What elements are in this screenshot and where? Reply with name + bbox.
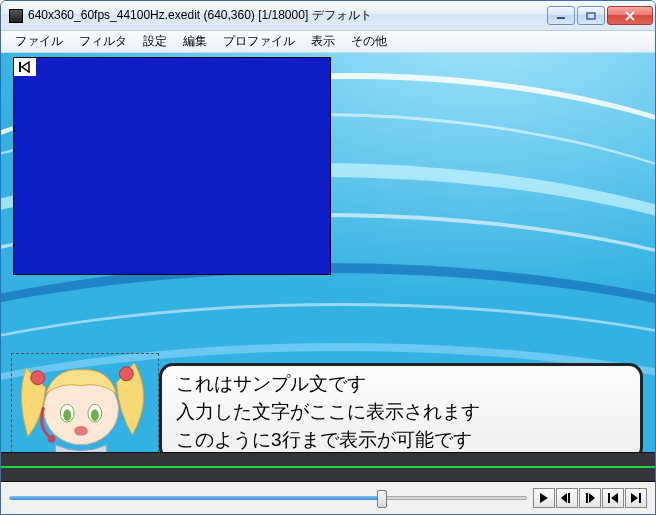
- step-forward-icon: [584, 493, 596, 503]
- close-icon: [624, 11, 636, 21]
- svg-point-10: [119, 367, 133, 381]
- svg-point-8: [74, 426, 88, 436]
- menubar: ファイル フィルタ 設定 編集 プロファイル 表示 その他: [1, 31, 655, 53]
- video-preview-frame[interactable]: [13, 57, 331, 275]
- timeline-track: [1, 466, 655, 468]
- menu-filter[interactable]: フィルタ: [71, 31, 135, 52]
- svg-rect-15: [639, 493, 641, 503]
- menu-file[interactable]: ファイル: [7, 31, 71, 52]
- svg-rect-1: [587, 13, 595, 19]
- play-icon: [539, 493, 549, 503]
- menu-profile[interactable]: プロファイル: [215, 31, 303, 52]
- step-back-button[interactable]: [556, 488, 578, 508]
- step-back-icon: [561, 493, 573, 503]
- svg-point-5: [63, 409, 71, 421]
- dialog-box[interactable]: これはサンプル文です 入力した文字がここに表示されます このように3行まで表示が…: [159, 363, 643, 452]
- skip-end-icon: [630, 493, 642, 503]
- character-illustration: [16, 358, 154, 452]
- skip-start-button[interactable]: [602, 488, 624, 508]
- play-button[interactable]: [533, 488, 555, 508]
- svg-rect-2: [19, 62, 21, 72]
- dialog-line-1: これはサンプル文です: [176, 371, 626, 397]
- window-title: 640x360_60fps_44100Hz.exedit (640,360) […: [28, 7, 547, 24]
- maximize-button[interactable]: [577, 6, 605, 25]
- seek-slider[interactable]: [9, 496, 527, 500]
- window-controls: [547, 6, 653, 25]
- svg-point-11: [48, 435, 56, 443]
- transport-buttons: [533, 488, 647, 508]
- titlebar[interactable]: 640x360_60fps_44100Hz.exedit (640,360) […: [1, 1, 655, 31]
- menu-edit[interactable]: 編集: [175, 31, 215, 52]
- svg-point-7: [91, 409, 99, 421]
- menu-settings[interactable]: 設定: [135, 31, 175, 52]
- menu-view[interactable]: 表示: [303, 31, 343, 52]
- minimize-button[interactable]: [547, 6, 575, 25]
- dialog-line-2: 入力した文字がここに表示されます: [176, 399, 626, 425]
- app-window: 640x360_60fps_44100Hz.exedit (640,360) […: [0, 0, 656, 515]
- skip-end-button[interactable]: [625, 488, 647, 508]
- svg-rect-0: [557, 17, 565, 19]
- preview-area[interactable]: これはサンプル文です 入力した文字がここに表示されます このように3行まで表示が…: [1, 53, 655, 452]
- minimize-icon: [556, 12, 566, 20]
- seek-fill: [10, 496, 382, 500]
- close-button[interactable]: [607, 6, 653, 25]
- skip-start-icon: [607, 493, 619, 503]
- timeline[interactable]: [1, 452, 655, 482]
- menu-other[interactable]: その他: [343, 31, 395, 52]
- svg-rect-14: [608, 493, 610, 503]
- step-forward-button[interactable]: [579, 488, 601, 508]
- app-icon: [9, 9, 23, 23]
- frame-start-icon: [18, 61, 32, 73]
- svg-rect-12: [568, 493, 570, 503]
- seek-thumb[interactable]: [377, 490, 387, 508]
- frame-start-marker[interactable]: [14, 58, 36, 76]
- playback-controls: [1, 482, 655, 514]
- character-layer-bounds[interactable]: [11, 353, 159, 452]
- svg-point-9: [31, 371, 45, 385]
- maximize-icon: [586, 12, 596, 20]
- dialog-line-3: このように3行まで表示が可能です: [176, 427, 626, 452]
- svg-rect-13: [586, 493, 588, 503]
